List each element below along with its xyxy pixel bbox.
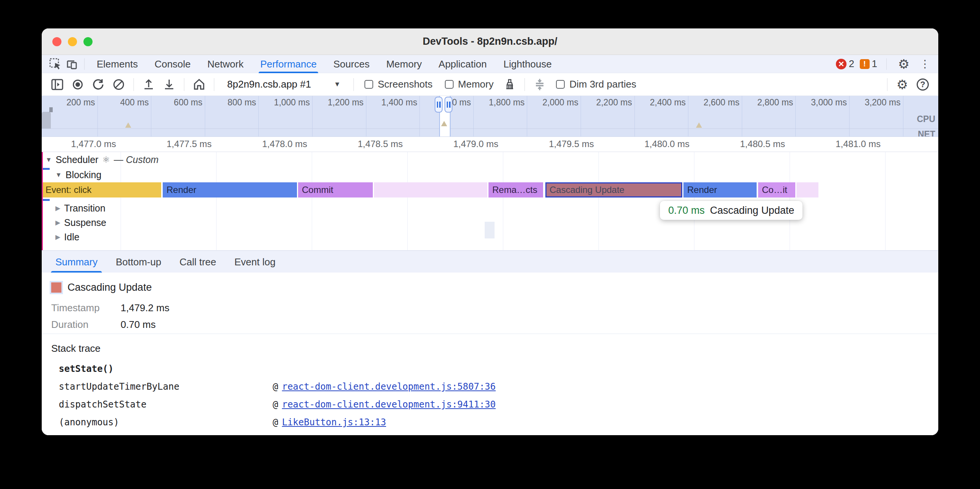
ruler-tick: 1,479.5 ms — [501, 139, 597, 149]
garbage-collect-icon[interactable] — [501, 76, 519, 93]
upload-profile-icon[interactable] — [140, 76, 158, 93]
overview-tick: 200 ms — [44, 96, 98, 137]
warning-badge[interactable]: ! 1 — [860, 58, 877, 70]
separator — [84, 59, 84, 70]
flame-bar-tooltip: 0.70 ms Cascading Update — [660, 201, 802, 220]
selected-event-legend: Cascading Update — [51, 282, 152, 294]
tab-event-log[interactable]: Event log — [225, 251, 285, 273]
collapse-tracks-icon[interactable] — [531, 76, 549, 93]
overview-tick: 2,400 ms — [635, 96, 689, 137]
stack-frame: (anonymous) @LikeButton.js:13:13 — [59, 417, 496, 428]
tab-application[interactable]: Application — [430, 55, 495, 73]
dim-3rd-parties-label: Dim 3rd parties — [569, 78, 636, 90]
dim-3rd-parties-checkbox-row[interactable]: Dim 3rd parties — [556, 78, 636, 90]
separator — [134, 78, 134, 91]
timeline-ruler[interactable]: 1,477.0 ms 1,477.5 ms 1,478.0 ms 1,478.5… — [42, 137, 938, 152]
device-toolbar-icon[interactable] — [64, 57, 80, 71]
screenshots-checkbox-row[interactable]: Screenshots — [364, 78, 433, 90]
kebab-menu-icon[interactable]: ⋮ — [917, 56, 933, 72]
stack-frame-function: startUpdateTimerByLane — [59, 381, 273, 392]
stack-frame: setState() — [59, 364, 496, 374]
download-profile-icon[interactable] — [161, 76, 178, 93]
tab-memory[interactable]: Memory — [378, 55, 430, 73]
tab-performance[interactable]: Performance — [252, 55, 325, 73]
tab-summary[interactable]: Summary — [46, 251, 107, 273]
warning-icon: ! — [860, 59, 870, 69]
ruler-tick: 1,481.0 ms — [788, 139, 884, 149]
tab-lighthouse[interactable]: Lighthouse — [495, 55, 560, 73]
ruler-tick: 1,480.5 ms — [692, 139, 788, 149]
track-scheduler[interactable]: ▼ Scheduler ⚛ — Custom — [46, 154, 159, 165]
tab-network[interactable]: Network — [199, 55, 252, 73]
flame-chart-tracks[interactable]: ▼ Scheduler ⚛ — Custom ▼ Blocking Event:… — [42, 152, 938, 251]
panel-settings-gear-icon[interactable]: ⚙ — [894, 76, 910, 92]
settings-gear-icon[interactable]: ⚙ — [896, 56, 912, 72]
close-window-button[interactable] — [52, 37, 61, 46]
reload-record-icon[interactable] — [89, 76, 107, 93]
overview-tick: 1,000 ms — [259, 96, 312, 137]
collapsed-triangle-icon[interactable]: ▶ — [56, 204, 60, 212]
toggle-sidebar-icon[interactable] — [49, 76, 66, 93]
clear-icon[interactable] — [110, 76, 127, 93]
timeline-overview[interactable]: 200 ms 400 ms 600 ms 800 ms 1,000 ms 1,2… — [42, 96, 938, 137]
overview-tick: 2,200 ms — [581, 96, 635, 137]
flame-bar-idle-span[interactable] — [796, 183, 818, 197]
overview-tick: 1,400 ms — [366, 96, 420, 137]
memory-checkbox-row[interactable]: Memory — [445, 78, 494, 90]
separator — [886, 59, 887, 70]
tab-sources[interactable]: Sources — [325, 55, 378, 73]
selection-right-handle[interactable] — [444, 97, 452, 113]
flame-bar-idle-span[interactable] — [374, 183, 487, 197]
traffic-lights — [52, 37, 92, 46]
selection-left-handle[interactable] — [434, 97, 442, 113]
source-link[interactable]: react-dom-client.development.js:9411:30 — [282, 399, 496, 410]
lane-blocking[interactable]: ▼ Blocking — [56, 170, 101, 181]
expand-triangle-icon[interactable]: ▼ — [56, 171, 62, 179]
cpu-baseline — [42, 129, 938, 129]
expand-triangle-icon[interactable]: ▼ — [46, 156, 52, 164]
overview-tick: 3,200 ms — [850, 96, 904, 137]
overview-tick: 2,800 ms — [742, 96, 796, 137]
zoom-window-button[interactable] — [83, 37, 92, 46]
lane-indicator — [43, 199, 50, 201]
tab-call-tree[interactable]: Call tree — [170, 251, 225, 273]
tab-elements[interactable]: Elements — [88, 55, 146, 73]
separator — [525, 78, 525, 91]
minimize-window-button[interactable] — [68, 37, 77, 46]
flame-bar-event-click[interactable]: Event: click — [42, 183, 161, 197]
lane-idle[interactable]: ▶ Idle — [56, 232, 79, 243]
flame-bar-render[interactable]: Render — [163, 183, 297, 197]
record-icon[interactable] — [69, 76, 86, 93]
collapsed-triangle-icon[interactable]: ▶ — [56, 233, 60, 241]
overview-tick: 1,200 ms — [312, 96, 366, 137]
details-tabbar: Summary Bottom-up Call tree Event log — [42, 251, 938, 273]
flame-bar-remaining-effects[interactable]: Rema…cts — [488, 183, 543, 197]
flame-bar-commit-2[interactable]: Co…it — [758, 183, 795, 197]
stack-trace-title: Stack trace — [51, 343, 100, 354]
duration-label: Duration — [51, 319, 111, 330]
home-icon[interactable] — [190, 76, 208, 93]
flame-bar-render-2[interactable]: Render — [683, 183, 757, 197]
inspect-element-icon[interactable] — [47, 57, 64, 71]
dim-3rd-parties-checkbox[interactable] — [556, 80, 565, 89]
flame-bar-cascading-update-selected[interactable]: Cascading Update — [546, 183, 682, 197]
help-icon[interactable]: ? — [914, 76, 931, 93]
error-badge[interactable]: ✕ 2 — [836, 58, 854, 70]
flame-bar-commit[interactable]: Commit — [298, 183, 373, 197]
tab-console[interactable]: Console — [146, 55, 199, 73]
memory-checkbox[interactable] — [445, 80, 453, 89]
track-custom-badge: — Custom — [114, 154, 159, 165]
lane-suspense[interactable]: ▶ Suspense — [56, 217, 106, 228]
overview-tick: 800 ms — [205, 96, 259, 137]
collapsed-triangle-icon[interactable]: ▶ — [56, 219, 60, 227]
chevron-down-icon: ▼ — [334, 80, 340, 88]
at-symbol: @ — [273, 381, 278, 392]
source-link[interactable]: react-dom-client.development.js:5807:36 — [282, 381, 496, 392]
warning-count: 1 — [872, 58, 877, 70]
lane-transition[interactable]: ▶ Transition — [56, 203, 105, 214]
screenshots-checkbox[interactable] — [364, 80, 373, 89]
tab-bottom-up[interactable]: Bottom-up — [107, 251, 170, 273]
overview-tick: 2,000 ms — [527, 96, 581, 137]
profile-select[interactable]: 8p2n9n.csb.app #1 ▼ — [220, 78, 347, 90]
source-link[interactable]: LikeButton.js:13:13 — [282, 417, 386, 428]
